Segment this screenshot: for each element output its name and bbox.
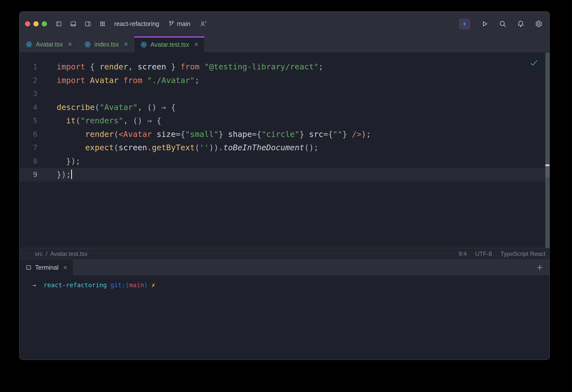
code-line[interactable]: 8 }); [20, 154, 550, 168]
scrollbar-active-line-region [545, 166, 550, 177]
toggle-left-dock-icon[interactable] [55, 21, 62, 27]
code-token: ( [114, 130, 118, 139]
code-token: . [147, 143, 152, 152]
prompt-segment [148, 282, 152, 289]
code-token: describe [57, 103, 95, 112]
code-token: ={ [176, 130, 185, 139]
status-bar: src / Avatar.test.tsx 9:4 UTF-8 TypeScri… [20, 248, 550, 260]
git-branch-icon [168, 21, 175, 27]
code-token [57, 143, 85, 152]
code-token: ={ [252, 130, 262, 139]
close-window-button[interactable] [25, 21, 30, 26]
line-number: 5 [20, 114, 37, 128]
line-text: import { render, screen } from "@testing… [37, 60, 323, 74]
code-token [57, 116, 66, 125]
tab-label: index.tsx [94, 41, 119, 48]
terminal-tab-label: Terminal [35, 264, 58, 271]
editor-scrollbar[interactable] [545, 53, 550, 248]
prompt-segment: → [32, 282, 36, 289]
terminal-icon [25, 264, 32, 271]
app-menu-grid-icon[interactable] [99, 21, 106, 27]
breadcrumb-separator: / [46, 250, 47, 257]
tab-close-icon[interactable]: × [194, 41, 198, 48]
code-token [199, 62, 204, 71]
line-number: 8 [20, 154, 37, 168]
code-token: import [57, 62, 85, 71]
new-terminal-button[interactable]: + [537, 262, 550, 272]
code-token: "circle" [261, 130, 299, 139]
editor-tab[interactable]: Avatar.tsx × [20, 36, 78, 52]
project-title[interactable]: react-refactoring [114, 20, 159, 27]
minimize-window-button[interactable] [33, 21, 39, 26]
settings-gear-icon[interactable] [535, 20, 543, 28]
code-line[interactable]: 4 describe("Avatar", () ⇒ { [20, 101, 550, 114]
prompt-segment: ✗ [152, 282, 155, 289]
toggle-bottom-dock-icon[interactable] [70, 21, 77, 27]
assistant-button[interactable] [459, 18, 470, 30]
code-token: "" [333, 130, 342, 139]
tab-close-icon[interactable]: × [68, 41, 72, 48]
notifications-bell-icon[interactable] [517, 20, 525, 28]
code-token: from [123, 76, 142, 85]
code-token [85, 76, 90, 85]
code-token: , [128, 62, 138, 71]
code-token: '' [199, 143, 209, 152]
language-indicator[interactable]: TypeScript React [500, 250, 546, 257]
code-line[interactable]: 3 [20, 87, 550, 101]
code-token: }); [57, 170, 71, 179]
toggle-right-dock-icon[interactable] [85, 21, 91, 27]
code-token: screen [118, 143, 147, 152]
code-token: render [99, 62, 128, 71]
code-editor[interactable]: 1 import { render, screen } from "@testi… [20, 53, 550, 248]
git-branch-selector[interactable]: main [168, 20, 190, 27]
terminal-tab-close-icon[interactable]: × [63, 264, 67, 271]
code-line[interactable]: 1 import { render, screen } from "@testi… [20, 60, 550, 74]
line-number: 6 [20, 128, 37, 141]
terminal-tab[interactable]: Terminal × [20, 260, 73, 275]
terminal-content[interactable]: → react-refactoring git:(main) ✗ [20, 275, 550, 360]
cursor-position-indicator[interactable]: 9:4 [459, 250, 467, 257]
code-token: src [309, 130, 323, 139]
code-token: }); [57, 156, 80, 166]
code-token: ( [95, 103, 99, 112]
code-line[interactable]: 7 expect(screen.getByText('')).toBeInThe… [20, 141, 550, 154]
terminal-prompt: → react-refactoring git:(main) ✗ [32, 281, 550, 290]
editor-tab[interactable]: index.tsx × [78, 36, 134, 52]
add-collaborator-icon[interactable] [200, 21, 206, 27]
line-number: 2 [20, 74, 37, 87]
code-line[interactable]: 9 }); [20, 168, 550, 181]
code-line[interactable]: 5 it("renders", () ⇒ { [20, 114, 550, 128]
tab-label: Avatar.tsx [36, 41, 63, 48]
editor-tab[interactable]: Avatar.test.tsx × [134, 36, 204, 53]
code-line[interactable]: 6 render(<Avatar size={"small"} shape={"… [20, 128, 550, 141]
line-text: describe("Avatar", () ⇒ { [37, 101, 176, 114]
breadcrumb-file[interactable]: Avatar.test.tsx [50, 250, 88, 257]
line-text: render(<Avatar size={"small"} shape={"ci… [37, 128, 371, 141]
title-bar: react-refactoring main [20, 12, 550, 36]
encoding-indicator[interactable]: UTF-8 [475, 250, 492, 257]
lightning-icon [462, 21, 468, 27]
code-token: toBeInTheDocument [223, 143, 304, 152]
line-text: }); [37, 168, 72, 181]
code-token: )). [209, 143, 223, 152]
zoom-window-button[interactable] [42, 21, 47, 26]
editor-window: react-refactoring main [19, 11, 550, 360]
prompt-segment [36, 282, 44, 289]
line-text: import Avatar from "./Avatar"; [37, 74, 199, 87]
code-token: ( [195, 143, 199, 152]
code-token: "Avatar" [99, 103, 137, 112]
code-line[interactable]: 2 import Avatar from "./Avatar"; [20, 74, 550, 87]
diagnostics-check-icon[interactable] [530, 59, 538, 67]
tab-close-icon[interactable]: × [124, 41, 128, 48]
prompt-segment: react-refactoring [44, 282, 107, 289]
run-play-icon[interactable] [481, 20, 488, 28]
code-token [118, 76, 123, 85]
code-token: it [66, 116, 76, 125]
code-token: } [219, 130, 228, 139]
search-icon[interactable] [499, 20, 506, 28]
code-token: getByText [152, 143, 195, 152]
line-text: it("renders", () ⇒ { [37, 114, 161, 128]
terminal-tab-bar: Terminal × + [20, 260, 550, 275]
breadcrumb-root[interactable]: src [35, 250, 43, 257]
code-token: ( [76, 116, 80, 125]
